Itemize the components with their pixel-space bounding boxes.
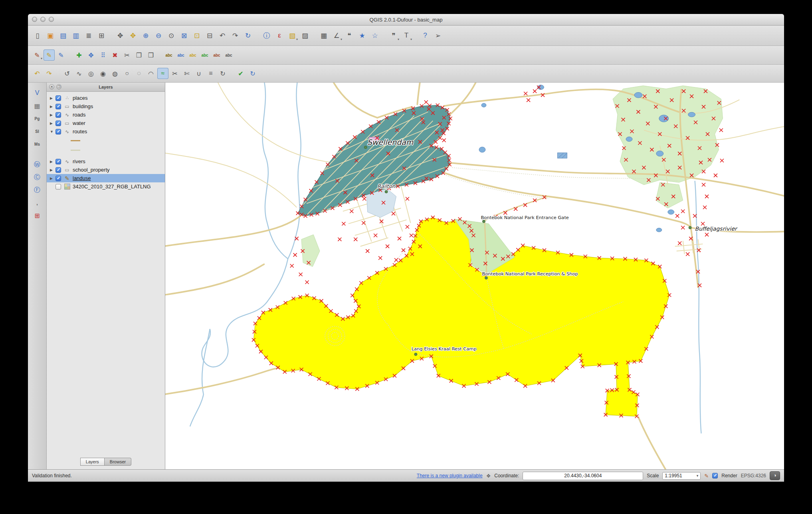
toolbar-button-new-project[interactable]: ▯: [32, 30, 44, 42]
toolbar-button-identify-features[interactable]: ⓘ: [261, 30, 273, 42]
map-view[interactable]: Swellendam Railton Bontebok National Par…: [165, 83, 784, 469]
toolbar-button-zoom-to-layer[interactable]: ⊟: [204, 30, 216, 42]
toolbar-button-pan-map[interactable]: ✥: [114, 30, 126, 42]
stop-rendering-icon[interactable]: ✎: [704, 473, 709, 479]
layer-expander-icon[interactable]: [50, 96, 55, 100]
panel-detach-button[interactable]: ❐: [56, 84, 61, 89]
toolbar-button-paste-features[interactable]: ❒: [145, 49, 156, 61]
toolbar-button-undo[interactable]: ↶: [32, 68, 43, 79]
toolbar-button-add-delimited-text-layer[interactable]: ,: [31, 197, 44, 209]
plugin-available-link[interactable]: There is a new plugin available: [417, 473, 483, 478]
toolbar-button-zoom-to-selection[interactable]: ⊡: [191, 30, 203, 42]
toolbar-button-redo[interactable]: ↷: [44, 68, 55, 79]
toolbar-button-new-composer[interactable]: ≣: [83, 30, 95, 42]
toolbar-button-move-label[interactable]: abc: [199, 49, 210, 61]
toolbar-button-attribute-table[interactable]: ▦: [318, 30, 330, 42]
title-bar[interactable]: QGIS 2.0.1-Dufour - basic_map: [28, 14, 784, 26]
toolbar-button-cut-features[interactable]: ✂: [121, 49, 133, 61]
layer-row-buildings[interactable]: buildings: [47, 102, 165, 111]
toolbar-button-rotate-feature[interactable]: ↺: [61, 68, 73, 79]
toolbar-button-add-raster-layer[interactable]: ▦: [31, 100, 44, 112]
toolbar-button-save-project[interactable]: ▤: [57, 30, 69, 42]
toolbar-button-rotate-label[interactable]: abc: [211, 49, 222, 61]
toolbar-button-zoom-native[interactable]: ⊙: [165, 30, 177, 42]
layer-expander-icon[interactable]: [50, 176, 55, 180]
toolbar-button-change-label-properties[interactable]: abc: [223, 49, 234, 61]
map-canvas[interactable]: Swellendam Railton Bontebok National Par…: [165, 83, 784, 469]
toolbar-button-zoom-next[interactable]: ↷: [229, 30, 241, 42]
toolbar-button-new-shapefile-layer[interactable]: ⊞: [31, 210, 44, 221]
toolbar-button-merge-attributes[interactable]: ≡: [205, 68, 216, 79]
crs-status-button[interactable]: ◑: [770, 471, 780, 480]
render-checkbox[interactable]: [712, 473, 718, 478]
layer-checkbox-routes[interactable]: [55, 129, 61, 134]
panel-tab-browser[interactable]: Browser: [105, 458, 131, 466]
close-button[interactable]: [32, 17, 37, 22]
toolbar-button-add-postgis-layer[interactable]: Pg: [31, 113, 44, 125]
toolbar-button-pin-unpin-labels[interactable]: abc: [175, 49, 186, 61]
layer-row-rivers[interactable]: rivers: [47, 157, 165, 166]
layer-expander-icon[interactable]: [50, 130, 55, 134]
layer-checkbox-3420c-2010-327-rgb-latlng[interactable]: [55, 184, 61, 190]
layer-checkbox-water[interactable]: [55, 121, 61, 126]
panel-close-button[interactable]: ✕: [49, 84, 54, 89]
toolbar-button-run-feature-action[interactable]: ε: [273, 30, 285, 42]
zoom-button[interactable]: [49, 17, 54, 22]
toolbar-button-labeling-options[interactable]: abc: [163, 49, 174, 61]
toolbar-button-annotation[interactable]: ❞: [388, 30, 400, 42]
toolbar-button-highlight-pinned-labels[interactable]: abc: [187, 49, 198, 61]
coordinate-input[interactable]: 20.4430,-34.0604: [523, 472, 643, 480]
panel-tab-layers[interactable]: Layers: [80, 458, 105, 466]
toolbar-button-zoom-in[interactable]: ⊕: [140, 30, 152, 42]
layer-expander-icon[interactable]: [50, 121, 55, 125]
layer-row-places[interactable]: places: [47, 94, 165, 102]
toolbar-button-add-feature[interactable]: ✚: [73, 49, 85, 61]
toolbar-button-delete-part[interactable]: ◌: [133, 68, 145, 79]
toolbar-button-zoom-last[interactable]: ↶: [216, 30, 228, 42]
toolbar-button-add-vector-layer[interactable]: V: [31, 87, 44, 99]
layer-checkbox-landuse[interactable]: [55, 176, 61, 181]
toolbar-button-help-contents[interactable]: ?: [419, 30, 431, 42]
toolbar-button-zoom-out[interactable]: ⊖: [152, 30, 164, 42]
layer-row-routes[interactable]: routes: [47, 127, 165, 136]
toolbar-button-toggle-editing[interactable]: ✎: [44, 49, 55, 61]
toolbar-button-add-part[interactable]: ◉: [97, 68, 109, 79]
layer-checkbox-buildings[interactable]: [55, 104, 61, 109]
toolbar-button-split-parts[interactable]: ✄: [181, 68, 192, 79]
toolbar-button-delete-selected[interactable]: ✖: [109, 49, 121, 61]
toolbar-button-text-annotation[interactable]: T: [400, 30, 412, 42]
toolbar-button-new-bookmark[interactable]: ★: [356, 30, 368, 42]
toolbar-button-copy-features[interactable]: ❐: [133, 49, 145, 61]
toolbar-button-open-project[interactable]: ▣: [44, 30, 56, 42]
toolbar-button-current-edits[interactable]: ✎: [32, 49, 43, 61]
toolbar-button-reload-edits[interactable]: ↻: [247, 68, 258, 79]
toolbar-button-select-features[interactable]: ▧: [286, 30, 298, 42]
toolbar-button-delete-ring[interactable]: ○: [121, 68, 133, 79]
layer-row-roads[interactable]: roads: [47, 111, 165, 119]
scale-combobox[interactable]: 1:19951: [662, 472, 701, 480]
toolbar-button-add-wcs-layer[interactable]: Ⓒ: [31, 171, 44, 183]
toolbar-button-rotate-point-symbols[interactable]: ↻: [217, 68, 228, 79]
toolbar-button-show-bookmarks[interactable]: ☆: [369, 30, 381, 42]
toolbar-button-add-mssql-layer[interactable]: Ms: [31, 138, 44, 150]
toolbar-button-add-spatialite-layer[interactable]: Sl: [31, 125, 44, 137]
layer-checkbox-roads[interactable]: [55, 112, 61, 118]
layer-row-water[interactable]: water: [47, 119, 165, 127]
toolbar-button-add-wfs-layer[interactable]: Ⓕ: [31, 184, 44, 196]
toolbar-button-measure[interactable]: ∠: [331, 30, 343, 42]
layer-row-3420c-2010-327-rgb-latlng[interactable]: 3420C_2010_327_RGB_LATLNG: [47, 182, 165, 191]
toolbar-button-fill-ring[interactable]: ◍: [109, 68, 121, 79]
toolbar-button-simplify-feature[interactable]: ∿: [73, 68, 85, 79]
layer-row-school-property[interactable]: school_property: [47, 166, 165, 174]
toolbar-button-refresh-map[interactable]: ↻: [242, 30, 254, 42]
minimize-button[interactable]: [40, 17, 46, 22]
toolbar-button-composer-manager[interactable]: ⊞: [95, 30, 107, 42]
plugin-icon[interactable]: ❖: [486, 473, 491, 479]
toolbar-button-deselect-features[interactable]: ▨: [299, 30, 311, 42]
layer-expander-icon[interactable]: [50, 160, 55, 164]
layer-checkbox-places[interactable]: [55, 95, 61, 101]
toolbar-button-save-project-as[interactable]: ▥: [70, 30, 82, 42]
layer-row-landuse[interactable]: landuse: [47, 174, 165, 182]
layer-checkbox-school-property[interactable]: [55, 167, 61, 173]
toolbar-button-add-ring[interactable]: ◎: [85, 68, 97, 79]
